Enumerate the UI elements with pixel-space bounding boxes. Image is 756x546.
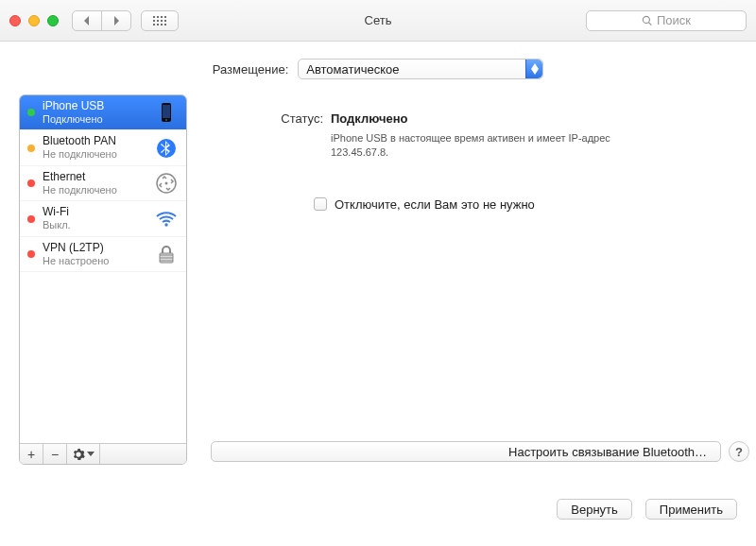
service-vpn[interactable]: VPN (L2TP) Не настроено	[20, 237, 186, 272]
titlebar: Сеть Поиск	[0, 0, 756, 42]
service-iphone-usb[interactable]: iPhone USB Подключено	[20, 95, 186, 130]
service-status: Подключено	[43, 113, 146, 126]
disable-checkbox[interactable]	[314, 197, 327, 211]
location-row: Размещение: Автоматическое	[0, 59, 756, 79]
iphone-icon	[154, 100, 179, 125]
apply-button-label: Применить	[660, 503, 723, 517]
location-value: Автоматическое	[306, 62, 399, 77]
status-indicator-icon	[27, 215, 35, 223]
apply-button[interactable]: Применить	[645, 499, 737, 520]
service-status: Выкл.	[43, 219, 146, 231]
status-value: Подключено	[331, 111, 407, 126]
window-title: Сеть	[365, 13, 392, 27]
additional-btn-label: Настроить связывание Bluetooth…	[508, 445, 707, 459]
search-input[interactable]: Поиск	[586, 10, 747, 31]
status-indicator-icon	[27, 145, 35, 152]
search-icon	[642, 15, 653, 26]
services-list: iPhone USB Подключено Bluetooth PAN Не п…	[20, 95, 186, 443]
chevron-left-icon	[82, 15, 92, 26]
status-indicator-icon	[27, 250, 35, 258]
status-description: iPhone USB в настоящее время активен и и…	[331, 131, 671, 160]
chevron-down-icon	[87, 452, 94, 456]
forward-button[interactable]	[101, 11, 130, 30]
revert-button-label: Вернуть	[571, 503, 618, 517]
grid-icon	[153, 16, 166, 26]
ethernet-icon	[154, 171, 179, 196]
service-detail: Статус: Подключено iPhone USB в настояще…	[210, 94, 737, 465]
minimize-window-button[interactable]	[28, 15, 40, 26]
service-name: VPN (L2TP)	[43, 242, 146, 255]
svg-point-6	[164, 223, 167, 226]
service-name: iPhone USB	[43, 100, 146, 113]
gear-icon	[72, 448, 85, 461]
disable-checkbox-label: Отключите, если Вам это не нужно	[335, 197, 535, 212]
svg-point-2	[165, 119, 167, 121]
help-button[interactable]: ?	[729, 441, 749, 462]
service-status: Не подключено	[43, 148, 146, 161]
svg-rect-1	[163, 105, 170, 118]
add-service-button[interactable]: +	[20, 444, 43, 464]
wifi-icon	[154, 207, 179, 231]
chevron-right-icon	[112, 15, 121, 26]
services-sidebar: iPhone USB Подключено Bluetooth PAN Не п…	[19, 94, 187, 465]
zoom-window-button[interactable]	[47, 15, 59, 26]
additional-btn[interactable]: Настроить связывание Bluetooth…	[211, 441, 721, 462]
location-select[interactable]: Автоматическое	[298, 59, 543, 79]
service-status: Не подключено	[43, 184, 146, 196]
select-stepper-icon	[525, 60, 542, 78]
service-name: Wi-Fi	[43, 206, 146, 219]
close-window-button[interactable]	[9, 15, 21, 26]
remove-service-button[interactable]: −	[43, 444, 67, 464]
service-name: Bluetooth PAN	[43, 135, 146, 148]
service-name: Ethernet	[43, 171, 146, 184]
sidebar-footer: + −	[20, 443, 186, 464]
window-controls	[9, 15, 59, 26]
service-status: Не настроено	[43, 255, 146, 267]
search-placeholder: Поиск	[657, 13, 691, 27]
service-actions-button[interactable]	[67, 444, 100, 464]
status-indicator-icon	[27, 179, 35, 187]
nav-back-forward	[72, 10, 131, 31]
back-button[interactable]	[73, 11, 101, 30]
location-label: Размещение:	[213, 62, 289, 77]
service-ethernet[interactable]: Ethernet Не подключено	[20, 166, 186, 201]
vpn-lock-icon	[154, 242, 179, 266]
bluetooth-icon	[154, 136, 179, 161]
svg-point-5	[165, 182, 168, 185]
status-label: Статус:	[210, 111, 323, 126]
service-wifi[interactable]: Wi-Fi Выкл.	[20, 201, 186, 236]
show-all-button[interactable]	[141, 10, 179, 31]
status-indicator-icon	[27, 109, 35, 116]
revert-button[interactable]: Вернуть	[557, 499, 632, 520]
service-bluetooth-pan[interactable]: Bluetooth PAN Не подключено	[20, 130, 186, 165]
